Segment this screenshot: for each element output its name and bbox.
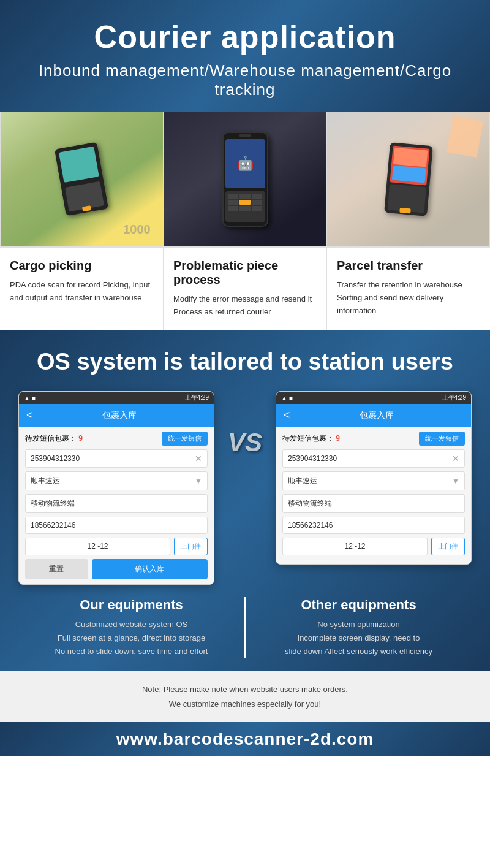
- our-phone-nav-bar: < 包裹入库: [19, 404, 214, 427]
- tracking-input-row[interactable]: 253904312330 ✕: [25, 449, 208, 468]
- other-phone-status-bar: ▲ ■ 上午4:29: [276, 392, 471, 404]
- cards-section: Cargo picking PDA code scan for record P…: [0, 246, 490, 330]
- nav-title: 包裹入库: [102, 410, 137, 421]
- our-equipment-label: Our equipments Customized website system…: [18, 597, 244, 658]
- note-section: Note: Please make note when website user…: [0, 671, 490, 722]
- confirm-button[interactable]: 确认入库: [92, 559, 208, 579]
- device-row: 移动物流终端: [25, 494, 208, 513]
- note-text: Note: Please make note when website user…: [12, 682, 478, 711]
- other-status-icons-left: ▲ ■: [281, 395, 293, 402]
- phone-number-value: 18566232146: [31, 521, 75, 530]
- phone-comparison: ▲ ■ 上午4:29 < 包裹入库 待发短信包裹： 9 统一发短信: [12, 391, 478, 585]
- header-section: Courier application Inbound management/W…: [0, 0, 490, 112]
- other-send-sms-button[interactable]: 统一发短信: [419, 432, 465, 446]
- footer-section: www.barcodescanner-2d.com: [0, 722, 490, 756]
- date-row: 12 -12 上门件: [25, 538, 208, 555]
- status-icons-left: ▲ ■: [24, 395, 36, 402]
- other-date-row: 12 -12 上门件: [282, 538, 465, 555]
- other-tracking-input-row[interactable]: 253904312330 ✕: [282, 449, 465, 468]
- other-pending-row: 待发短信包裹： 9 统一发短信: [282, 432, 465, 446]
- our-phone-container: ▲ ■ 上午4:29 < 包裹入库 待发短信包裹： 9 统一发短信: [18, 391, 214, 585]
- date-input[interactable]: 12 -12: [25, 538, 170, 555]
- other-phone-container: ▲ ■ 上午4:29 < 包裹入库 待发短信包裹： 9 统一发短信: [276, 391, 472, 565]
- other-date-input[interactable]: 12 -12: [282, 538, 428, 555]
- os-title: OS system is tailored to station users: [12, 348, 478, 376]
- date-tag[interactable]: 上门件: [174, 538, 208, 555]
- phone-number-row: 18566232146: [25, 517, 208, 534]
- clear-tracking-icon[interactable]: ✕: [195, 454, 202, 463]
- our-phone-content: 待发短信包裹： 9 统一发短信 253904312330 ✕ 顺丰速运 ▼: [19, 427, 214, 584]
- image-inner-1: 1000: [1, 112, 163, 246]
- our-equipment-desc: Customized website system OSFull screen …: [24, 618, 238, 658]
- card-problematic-piece: Problematic piece process Modify the err…: [164, 248, 327, 330]
- footer-url[interactable]: www.barcodescanner-2d.com: [12, 729, 478, 749]
- our-phone-screen: ▲ ■ 上午4:29 < 包裹入库 待发短信包裹： 9 统一发短信: [18, 391, 214, 585]
- pending-label: 待发短信包裹： 9: [25, 433, 83, 444]
- image-parcel-transfer: [326, 112, 490, 246]
- card-title-cargo: Cargo picking: [10, 259, 153, 273]
- other-clear-tracking-icon[interactable]: ✕: [452, 454, 459, 463]
- other-equipment-desc: No system optimizationIncomplete screen …: [252, 618, 466, 658]
- images-row: 1000 🤖: [0, 112, 490, 246]
- other-equipment-label: Other equipments No system optimizationI…: [246, 597, 472, 658]
- note-line1: Note: Please make note when website user…: [142, 685, 348, 694]
- card-cargo-picking: Cargo picking PDA code scan for record P…: [0, 248, 164, 330]
- card-desc-problematic: Modify the error message and resend it P…: [173, 293, 317, 319]
- comparison-labels: Our equipments Customized website system…: [12, 597, 478, 658]
- carrier-value: 顺丰速运: [31, 476, 60, 486]
- other-date-tag[interactable]: 上门件: [431, 538, 465, 555]
- send-sms-button[interactable]: 统一发短信: [162, 432, 208, 446]
- other-phone-number-value: 18566232146: [288, 521, 333, 530]
- image-inner-3: [327, 112, 489, 246]
- other-phone-number-row: 18566232146: [282, 517, 465, 534]
- note-line2: We customize machines especially for you…: [169, 699, 321, 709]
- other-device-value: 移动物流终端: [288, 498, 332, 509]
- carrier-select-row[interactable]: 顺丰速运 ▼: [25, 471, 208, 490]
- other-phone-screen: ▲ ■ 上午4:29 < 包裹入库 待发短信包裹： 9 统一发短信: [276, 391, 472, 565]
- other-pending-count[interactable]: 9: [336, 434, 340, 443]
- other-tracking-number: 253904312330: [288, 454, 337, 463]
- card-title-problematic: Problematic piece process: [173, 259, 317, 287]
- main-title: Courier application: [12, 18, 478, 55]
- card-desc-parcel: Transfer the retention in warehouse Sort…: [337, 279, 480, 317]
- other-equipment-title: Other equipments: [252, 597, 466, 613]
- carrier-dropdown-icon: ▼: [195, 477, 202, 485]
- other-pending-label: 待发短信包裹： 9: [282, 433, 340, 444]
- card-parcel-transfer: Parcel transfer Transfer the retention i…: [327, 248, 490, 330]
- image-problematic-piece: 🤖: [164, 112, 327, 246]
- status-time: 上午4:29: [185, 394, 209, 402]
- our-phone-status-bar: ▲ ■ 上午4:29: [19, 392, 214, 404]
- other-carrier-dropdown-icon: ▼: [452, 477, 459, 485]
- our-equipment-title: Our equipments: [24, 597, 238, 613]
- other-nav-title: 包裹入库: [360, 410, 394, 421]
- device-value: 移动物流终端: [31, 498, 75, 509]
- card-desc-cargo: PDA code scan for record Picking, input …: [10, 279, 153, 305]
- other-device-row: 移动物流终端: [282, 494, 465, 513]
- image-cargo-picking: 1000: [0, 112, 164, 246]
- pending-count[interactable]: 9: [78, 434, 83, 443]
- other-phone-nav-bar: < 包裹入库: [276, 404, 471, 427]
- pending-row: 待发短信包裹： 9 统一发短信: [25, 432, 208, 446]
- reset-button[interactable]: 重置: [25, 559, 88, 579]
- tracking-number: 253904312330: [31, 454, 80, 463]
- image-inner-2: 🤖: [164, 112, 326, 246]
- subtitle: Inbound management/Warehouse management/…: [12, 61, 478, 99]
- vs-text: VS: [228, 428, 262, 457]
- other-back-icon[interactable]: <: [284, 409, 290, 422]
- other-status-time: 上午4:29: [442, 394, 466, 402]
- back-icon[interactable]: <: [26, 409, 33, 422]
- other-carrier-select-row[interactable]: 顺丰速运 ▼: [282, 471, 465, 490]
- footer-buttons: 重置 确认入库: [25, 559, 208, 579]
- card-title-parcel: Parcel transfer: [337, 259, 480, 273]
- os-section: OS system is tailored to station users ▲…: [0, 330, 490, 671]
- other-carrier-value: 顺丰速运: [288, 476, 317, 486]
- other-phone-content: 待发短信包裹： 9 统一发短信 253904312330 ✕ 顺丰速运 ▼: [276, 427, 471, 564]
- vs-badge: VS: [221, 391, 270, 457]
